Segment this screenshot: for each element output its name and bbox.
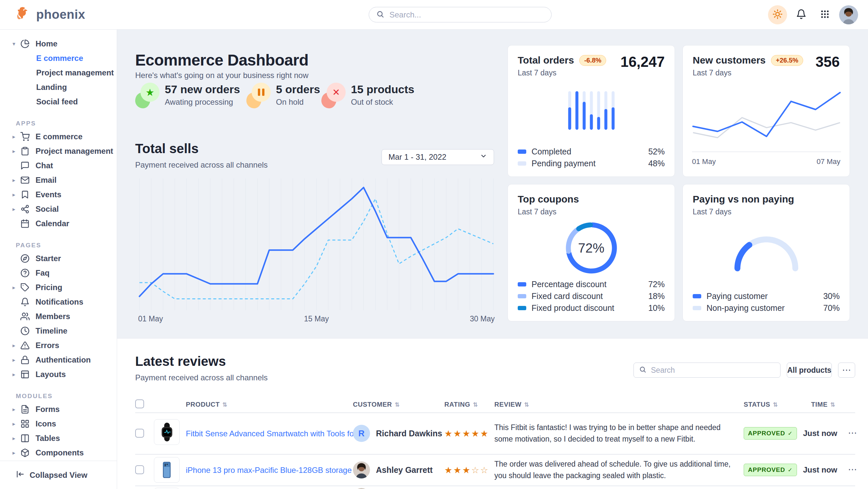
customer-avatar bbox=[353, 461, 370, 479]
select-all-checkbox[interactable] bbox=[135, 399, 144, 408]
sidebar-item-errors[interactable]: ▸Errors bbox=[0, 338, 117, 353]
collapse-label: Collapsed View bbox=[30, 470, 88, 480]
rating-stars: ★★★★★ bbox=[444, 428, 489, 439]
col-header-customer[interactable]: CUSTOMER bbox=[353, 401, 400, 408]
x-tick: 01 May bbox=[138, 314, 163, 323]
legend-label: Completed bbox=[531, 147, 571, 156]
legend-value: 70% bbox=[823, 303, 840, 313]
card-title: Paying vs non paying bbox=[693, 194, 840, 205]
sidebar-item-label: Calendar bbox=[35, 219, 69, 228]
apps-menu-button[interactable] bbox=[815, 5, 834, 24]
total-sells-title: Total sells bbox=[135, 141, 199, 156]
reviews-search[interactable] bbox=[633, 363, 780, 378]
sidebar-item-notifications[interactable]: Notifications bbox=[0, 295, 117, 309]
page-subtitle: Here's what's going on at your business … bbox=[135, 71, 309, 80]
date-range-value: Mar 1 - 31, 2022 bbox=[389, 152, 446, 162]
brand-name: phoenix bbox=[36, 7, 85, 22]
col-header-product[interactable]: PRODUCT bbox=[186, 401, 227, 408]
sidebar-item-home[interactable]: ▾Home bbox=[0, 36, 117, 51]
sidebar-item-e-commerce[interactable]: ▸E commerce bbox=[0, 130, 117, 144]
sidebar-item-pricing[interactable]: ▸Pricing bbox=[0, 280, 117, 295]
sun-icon bbox=[773, 9, 782, 21]
sidebar-item-timeline[interactable]: Timeline bbox=[0, 324, 117, 338]
brand-logo[interactable]: phoenix bbox=[15, 0, 85, 29]
global-search[interactable] bbox=[369, 7, 552, 22]
product-image[interactable] bbox=[154, 419, 180, 445]
row-actions-button[interactable] bbox=[848, 465, 857, 474]
notifications-button[interactable] bbox=[792, 5, 811, 24]
user-avatar[interactable] bbox=[839, 5, 858, 24]
sidebar-item-faq[interactable]: Faq bbox=[0, 266, 117, 280]
share-icon bbox=[21, 204, 30, 214]
customer-name: Richard Dawkins bbox=[376, 429, 442, 438]
theme-toggle-button[interactable] bbox=[768, 5, 787, 24]
reviews-more-button[interactable] bbox=[838, 363, 855, 378]
sidebar-item-label: Notifications bbox=[35, 297, 83, 307]
sidebar-item-project-management[interactable]: ▸Project management bbox=[0, 144, 117, 159]
sidebar-item-label: Chat bbox=[35, 161, 53, 170]
sidebar-item-label: Starter bbox=[35, 254, 61, 263]
sidebar-item-forms[interactable]: ▸Forms bbox=[0, 402, 117, 416]
legend-label: Fixed product discount bbox=[531, 303, 614, 313]
legend-swatch bbox=[693, 294, 701, 298]
coupons-donut-chart: 72% bbox=[563, 220, 619, 276]
box-icon bbox=[21, 448, 30, 457]
legend-swatch bbox=[518, 294, 526, 298]
sidebar-item-social[interactable]: ▸Social bbox=[0, 202, 117, 217]
product-link[interactable]: iPhone 13 pro max-Pacific Blue-128GB sto… bbox=[186, 466, 351, 475]
sidebar-item-chat[interactable]: Chat bbox=[0, 159, 117, 173]
sidebar-subitem-project-management[interactable]: Project management bbox=[0, 65, 117, 80]
legend-swatch bbox=[518, 282, 526, 286]
legend-value: 52% bbox=[648, 147, 665, 156]
customer-name: Ashley Garrett bbox=[376, 465, 433, 475]
col-header-time[interactable]: TIME bbox=[811, 401, 835, 408]
chevron-right-icon: ▸ bbox=[12, 206, 16, 213]
collapse-view-button[interactable]: Collapsed View bbox=[0, 461, 117, 489]
alert-triangle-icon bbox=[21, 341, 30, 350]
chevron-right-icon: ▸ bbox=[12, 450, 16, 456]
sidebar-item-tables[interactable]: ▸Tables bbox=[0, 431, 117, 445]
col-header-review[interactable]: REVIEW bbox=[494, 401, 529, 408]
bell-icon bbox=[21, 297, 30, 307]
layout-icon bbox=[21, 370, 30, 379]
sidebar-subitem-e-commerce[interactable]: E commerce bbox=[0, 51, 117, 65]
customer-cell[interactable]: R Richard Dawkins bbox=[353, 425, 442, 442]
product-image[interactable] bbox=[154, 488, 180, 489]
col-header-status[interactable]: STATUS bbox=[744, 401, 778, 408]
collapse-icon bbox=[16, 470, 24, 481]
card-title: Total orders bbox=[518, 55, 574, 66]
all-products-filter-button[interactable]: All products bbox=[787, 363, 832, 378]
sidebar-item-components[interactable]: ▸Components bbox=[0, 445, 117, 460]
legend-item: Non-paying customer 70% bbox=[693, 302, 840, 314]
select-row-checkbox[interactable] bbox=[135, 465, 144, 474]
row-actions-button[interactable] bbox=[848, 428, 857, 438]
x-tick: 01 May bbox=[692, 157, 716, 166]
product-image[interactable] bbox=[154, 457, 180, 483]
table-divider bbox=[135, 486, 855, 486]
sidebar-item-email[interactable]: ▸Email bbox=[0, 173, 117, 188]
sidebar-item-calendar[interactable]: Calendar bbox=[0, 217, 117, 231]
sidebar-subitem-landing[interactable]: Landing bbox=[0, 80, 117, 94]
sidebar-item-starter[interactable]: Starter bbox=[0, 251, 117, 266]
select-row-checkbox[interactable] bbox=[135, 429, 144, 438]
customer-cell[interactable]: Ashley Garrett bbox=[353, 461, 433, 479]
reviews-search-input[interactable] bbox=[650, 366, 775, 375]
file-text-icon bbox=[21, 405, 30, 414]
chevron-right-icon: ▸ bbox=[12, 191, 16, 198]
sidebar-subitem-social-feed[interactable]: Social feed bbox=[0, 94, 117, 109]
chevron-right-icon: ▸ bbox=[12, 371, 16, 378]
sidebar-item-authentication[interactable]: ▸Authentication bbox=[0, 353, 117, 367]
legend-item: Completed 52% bbox=[518, 146, 665, 157]
sidebar-item-members[interactable]: Members bbox=[0, 309, 117, 324]
sidebar-item-icons[interactable]: ▸Icons bbox=[0, 416, 117, 431]
legend-value: 48% bbox=[648, 159, 665, 168]
col-header-rating[interactable]: RATING bbox=[444, 401, 478, 408]
sidebar-item-layouts[interactable]: ▸Layouts bbox=[0, 367, 117, 382]
product-link[interactable]: Fitbit Sense Advanced Smartwatch with To… bbox=[186, 429, 360, 438]
sidebar-item-events[interactable]: ▸Events bbox=[0, 188, 117, 202]
table-columns-icon bbox=[21, 434, 30, 443]
ellipsis-icon bbox=[842, 366, 851, 375]
search-input[interactable] bbox=[389, 10, 544, 20]
date-range-select[interactable]: Mar 1 - 31, 2022 bbox=[381, 149, 494, 165]
iphone-image bbox=[158, 461, 176, 479]
